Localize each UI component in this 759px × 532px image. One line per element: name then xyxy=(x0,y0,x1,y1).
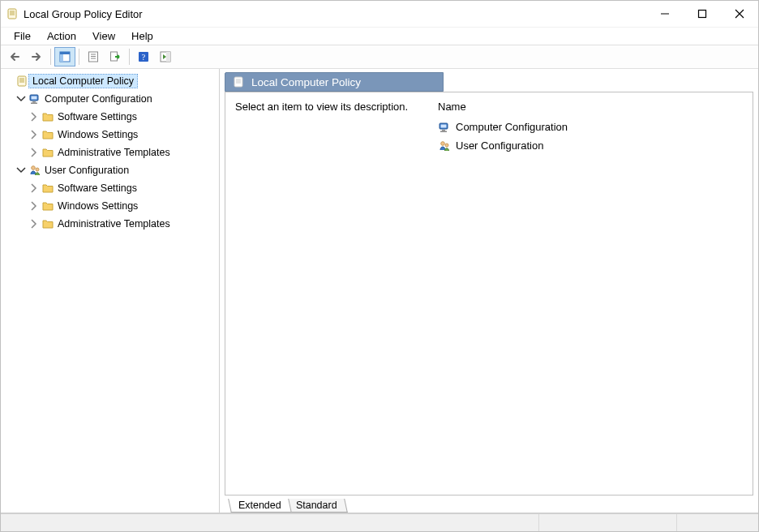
minimize-button[interactable] xyxy=(646,1,684,27)
detail-heading-label: Local Computer Policy xyxy=(251,76,361,88)
folder-icon xyxy=(41,217,54,230)
menu-help[interactable]: Help xyxy=(123,28,161,44)
toolbar-separator xyxy=(50,49,51,65)
help-icon xyxy=(137,50,150,63)
computer-icon xyxy=(438,121,451,134)
tree-label: Local Computer Policy xyxy=(28,74,138,88)
toolbar-back-button[interactable] xyxy=(4,47,25,66)
toolbar-pane-toggle-button[interactable] xyxy=(54,47,75,66)
toolbar-action-pane-button[interactable] xyxy=(155,47,176,66)
menu-action[interactable]: Action xyxy=(39,28,84,44)
tree-root-local-computer-policy[interactable]: Local Computer Policy xyxy=(2,72,217,90)
tree-node-uc-software-settings[interactable]: Software Settings xyxy=(2,179,217,197)
toolbar-export-button[interactable] xyxy=(105,47,126,66)
tree-node-uc-admin-templates[interactable]: Administrative Templates xyxy=(2,215,217,233)
folder-icon xyxy=(41,146,54,159)
tree-node-cc-admin-templates[interactable]: Administrative Templates xyxy=(2,144,217,161)
scroll-icon xyxy=(232,75,245,88)
tree-label: Windows Settings xyxy=(54,200,141,212)
tree-label: Software Settings xyxy=(54,182,140,195)
detail-heading: Local Computer Policy xyxy=(225,72,444,92)
tree-node-uc-windows-settings[interactable]: Windows Settings xyxy=(2,197,217,215)
toolbar xyxy=(1,45,758,69)
detail-item-label: User Configuration xyxy=(456,139,543,152)
tree-label: Computer Configuration xyxy=(41,92,156,105)
tree-panel[interactable]: Local Computer Policy Computer Configura… xyxy=(1,69,220,513)
menu-view[interactable]: View xyxy=(84,28,123,44)
tab-extended[interactable]: Extended xyxy=(228,499,291,513)
arrow-left-icon xyxy=(8,50,21,63)
detail-item-user-configuration[interactable]: User Configuration xyxy=(438,136,743,155)
detail-column-header[interactable]: Name xyxy=(438,101,743,118)
properties-icon xyxy=(87,50,100,63)
chevron-down-icon[interactable] xyxy=(15,165,27,176)
tree-label: User Configuration xyxy=(41,164,132,177)
folder-icon xyxy=(41,128,54,141)
tree-node-cc-software-settings[interactable]: Software Settings xyxy=(2,108,217,126)
chevron-right-icon[interactable] xyxy=(28,129,40,140)
toolbar-separator xyxy=(79,49,79,65)
chevron-right-icon[interactable] xyxy=(28,200,40,212)
chevron-down-icon[interactable] xyxy=(15,93,27,105)
close-button[interactable] xyxy=(721,1,758,27)
toolbar-forward-button[interactable] xyxy=(26,47,47,66)
chevron-right-icon[interactable] xyxy=(28,182,40,194)
detail-list[interactable]: Name Computer Configuration User Configu… xyxy=(438,101,743,487)
tree-label: Software Settings xyxy=(54,110,140,123)
folder-icon xyxy=(41,182,54,195)
pane-toggle-icon xyxy=(58,50,71,63)
tree-label: Windows Settings xyxy=(54,128,141,141)
app-scroll-icon xyxy=(6,7,19,20)
main-area: Local Computer Policy Computer Configura… xyxy=(1,69,758,513)
tab-standard[interactable]: Standard xyxy=(285,499,347,513)
maximize-button[interactable] xyxy=(684,1,721,27)
tree-node-user-configuration[interactable]: User Configuration xyxy=(2,161,217,179)
tree-label: Administrative Templates xyxy=(54,146,174,159)
window-title: Local Group Policy Editor xyxy=(24,8,143,20)
chevron-right-icon[interactable] xyxy=(28,218,40,230)
menubar: File Action View Help xyxy=(1,27,758,45)
status-cell xyxy=(677,514,758,531)
user-icon xyxy=(28,164,41,177)
folder-icon xyxy=(41,110,54,123)
detail-item-label: Computer Configuration xyxy=(456,121,568,133)
status-cell xyxy=(539,514,677,531)
tree-label: Administrative Templates xyxy=(54,217,174,230)
arrow-right-icon xyxy=(30,50,43,63)
user-icon xyxy=(438,139,451,152)
chevron-right-icon[interactable] xyxy=(28,111,40,122)
statusbar xyxy=(1,513,758,531)
detail-body: Select an item to view its description. … xyxy=(225,92,753,496)
menu-file[interactable]: File xyxy=(6,28,39,44)
chevron-right-icon[interactable] xyxy=(28,147,40,158)
status-cell xyxy=(1,514,539,531)
svg-rect-28 xyxy=(699,11,706,18)
computer-icon xyxy=(28,92,41,105)
tree-node-computer-configuration[interactable]: Computer Configuration xyxy=(2,90,217,108)
tree-node-cc-windows-settings[interactable]: Windows Settings xyxy=(2,126,217,144)
export-icon xyxy=(109,50,122,63)
toolbar-help-button[interactable] xyxy=(133,47,154,66)
detail-item-computer-configuration[interactable]: Computer Configuration xyxy=(438,118,743,136)
toolbar-properties-button[interactable] xyxy=(83,47,104,66)
scroll-icon xyxy=(15,75,28,88)
titlebar: Local Group Policy Editor xyxy=(1,1,758,27)
toolbar-separator xyxy=(129,49,130,65)
action-pane-icon xyxy=(159,50,172,63)
detail-panel: Local Computer Policy Select an item to … xyxy=(220,69,758,513)
detail-description-prompt: Select an item to view its description. xyxy=(235,101,438,113)
folder-icon xyxy=(41,200,54,212)
detail-tabs: Extended Standard xyxy=(225,495,753,513)
